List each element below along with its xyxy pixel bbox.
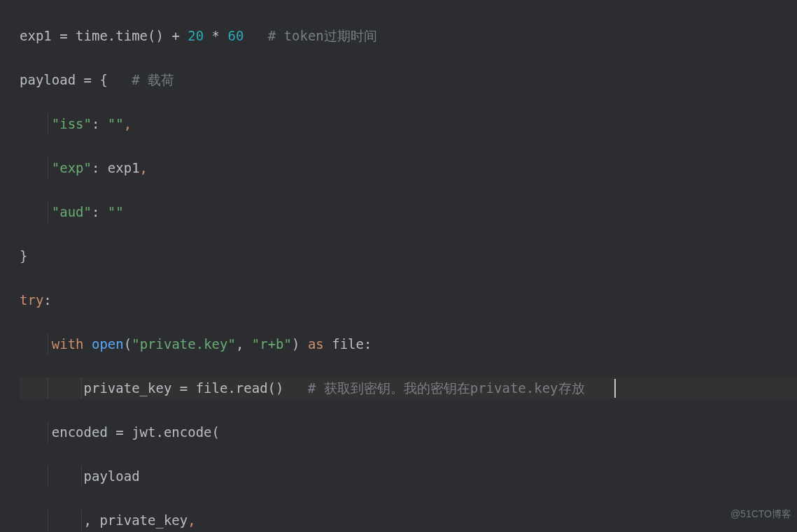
code-line: } bbox=[20, 245, 797, 268]
code-editor[interactable]: exp1 = time.time() + 20 * 60 # token过期时间… bbox=[0, 0, 797, 532]
code-line: encoded = jwt.encode( bbox=[20, 422, 797, 444]
code-line: "iss": "", bbox=[20, 113, 797, 136]
code-line: exp1 = time.time() + 20 * 60 # token过期时间 bbox=[20, 25, 797, 48]
code-line: payload bbox=[20, 466, 797, 488]
code-line: "exp": exp1, bbox=[20, 157, 797, 180]
watermark-label: @51CTO博客 bbox=[731, 503, 791, 526]
code-line: try: bbox=[20, 289, 797, 312]
code-line: payload = { # 载荷 bbox=[20, 69, 797, 92]
text-cursor bbox=[614, 379, 616, 398]
code-line: "aud": "" bbox=[20, 201, 797, 224]
code-line-highlighted: private_key = file.read() # 获取到密钥。我的密钥在p… bbox=[20, 378, 797, 400]
code-line: with open("private.key", "r+b") as file: bbox=[20, 333, 797, 356]
code-line: , private_key, bbox=[20, 510, 797, 532]
